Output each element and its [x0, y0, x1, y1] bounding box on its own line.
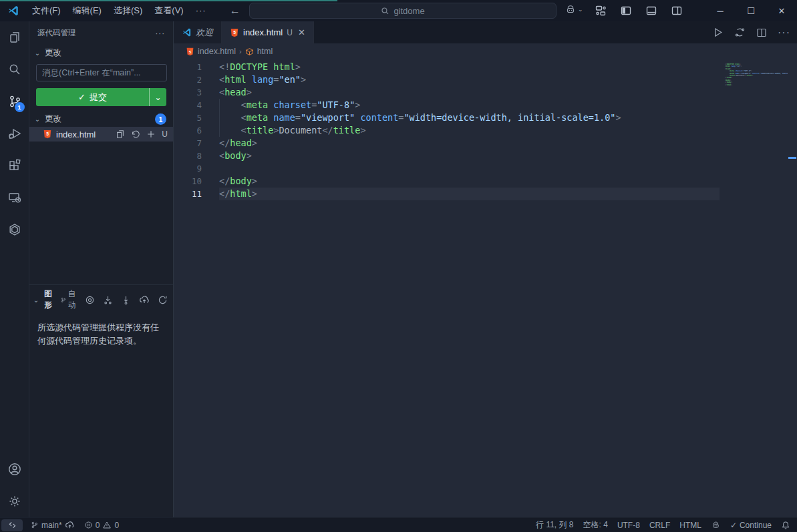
toggle-panel-icon[interactable] — [646, 5, 657, 16]
menu-more[interactable]: ··· — [190, 3, 212, 18]
window-accent-line — [0, 0, 337, 1]
copilot-menu[interactable]: ⌄ — [565, 3, 583, 15]
code-line[interactable]: 5 <meta name="viewport" content="width=d… — [174, 111, 720, 124]
language-mode-item[interactable]: HTML — [675, 518, 706, 532]
commit-dropdown-button[interactable]: ⌄ — [149, 88, 166, 106]
activity-extensions[interactable] — [0, 150, 29, 182]
copilot-icon — [565, 3, 577, 15]
code-editor[interactable]: 1<!DOCTYPE html>2<html lang="en">3<head>… — [174, 59, 797, 517]
code-line[interactable]: 4 <meta charset="UTF-8"> — [174, 99, 720, 111]
search-icon — [7, 61, 23, 77]
code-line[interactable]: 10</body> — [174, 175, 720, 188]
symbol-element-icon — [245, 47, 254, 56]
graph-auto-label: 自动 — [67, 288, 79, 311]
editor-more-actions[interactable]: ··· — [778, 27, 790, 39]
tab-bar: 欢迎 5 index.html U ✕ ··· — [174, 21, 797, 43]
sidebar-more-actions[interactable]: ··· — [156, 29, 166, 37]
eol-item[interactable]: CRLF — [645, 518, 675, 532]
changes-tree-section[interactable]: ⌄ 更改 1 — [29, 111, 173, 127]
code-line[interactable]: 1<!DOCTYPE html> — [174, 61, 720, 73]
close-window-button[interactable]: ✕ — [766, 0, 797, 21]
activity-remote-explorer[interactable] — [0, 182, 29, 214]
menu-edit[interactable]: 编辑(E) — [67, 3, 108, 18]
encoding-item[interactable]: UTF-8 — [613, 518, 645, 532]
push-icon[interactable] — [139, 294, 150, 305]
copilot-status-item[interactable] — [706, 518, 726, 532]
code-line[interactable]: 2<html lang="en"> — [174, 73, 720, 86]
activity-explorer[interactable] — [0, 21, 29, 53]
files-icon — [7, 29, 23, 45]
fetch-icon[interactable] — [103, 295, 113, 305]
toggle-secondary-sidebar-icon[interactable] — [671, 5, 682, 16]
code-line[interactable]: 3<head> — [174, 86, 720, 99]
menu-file[interactable]: 文件(F) — [26, 3, 67, 18]
gear-icon — [7, 493, 23, 509]
code-line[interactable]: 9 — [174, 162, 720, 175]
changes-repo-section[interactable]: ⌄ 更改 — [29, 45, 173, 61]
breadcrumb-file[interactable]: index.html — [198, 47, 236, 56]
problems-status-item[interactable]: 0 0 — [79, 518, 124, 532]
code-line[interactable]: 6 <title>Document</title> — [174, 124, 720, 137]
remote-indicator[interactable] — [1, 519, 23, 531]
command-center-search[interactable]: gitdome — [249, 3, 556, 19]
publish-cloud-icon — [65, 520, 75, 530]
open-file-icon[interactable] — [116, 129, 125, 139]
code-line[interactable]: 11</html> — [174, 188, 720, 200]
goto-current-item-icon[interactable] — [85, 295, 95, 305]
activity-continue-extension[interactable] — [0, 214, 29, 246]
title-bar: 文件(F) 编辑(E) 选择(S) 查看(V) ··· ← → gitdome … — [0, 0, 797, 21]
tab-close-icon[interactable]: ✕ — [298, 27, 305, 37]
overview-ruler[interactable] — [788, 59, 797, 517]
menu-selection[interactable]: 选择(S) — [108, 3, 148, 18]
warning-count: 0 — [114, 521, 119, 530]
graph-auto-filter[interactable]: 自动 — [60, 288, 79, 311]
svg-text:5: 5 — [46, 131, 49, 136]
open-changes-icon[interactable] — [734, 27, 746, 38]
stage-changes-icon[interactable] — [146, 129, 156, 139]
bell-icon — [781, 521, 790, 530]
html-file-icon: 5 — [186, 47, 194, 56]
copilot-icon — [711, 520, 721, 530]
code-line[interactable]: 7</head> — [174, 137, 720, 150]
accounts-button[interactable] — [0, 453, 29, 485]
refresh-icon[interactable] — [158, 295, 168, 305]
status-bar: main* 0 0 行 11, 列 8 空格: 4 UTF-8 CRLF HTM… — [0, 517, 797, 532]
activity-run-debug[interactable] — [0, 117, 29, 150]
code-lines[interactable]: 1<!DOCTYPE html>2<html lang="en">3<head>… — [174, 61, 720, 200]
cursor-position-item[interactable]: 行 11, 列 8 — [531, 518, 578, 532]
split-editor-icon[interactable] — [756, 27, 767, 38]
breadcrumb-symbol[interactable]: html — [257, 47, 273, 56]
run-debug-icon — [7, 125, 23, 142]
menu-view[interactable]: 查看(V) — [148, 3, 189, 18]
discard-changes-icon[interactable] — [131, 129, 140, 139]
tab-index-html[interactable]: 5 index.html U ✕ — [222, 21, 314, 43]
commit-message-input[interactable] — [36, 64, 167, 81]
nav-back-icon[interactable]: ← — [230, 5, 241, 17]
source-control-badge: 1 — [15, 102, 25, 112]
changed-file-row[interactable]: 5 index.html U — [29, 127, 173, 142]
minimize-button[interactable]: ─ — [705, 0, 736, 21]
continue-status-item[interactable]: ✓ Continue — [726, 518, 776, 532]
branch-status-item[interactable]: main* — [25, 518, 79, 532]
breadcrumb: 5 index.html › html — [174, 43, 797, 59]
customize-layout-icon[interactable] — [595, 5, 606, 16]
pull-icon[interactable] — [121, 295, 131, 305]
minimap[interactable]: <!DOCTYPE html><html lang="en"><head> <m… — [721, 59, 788, 517]
code-line[interactable]: 8<body> — [174, 150, 720, 162]
indentation-item[interactable]: 空格: 4 — [579, 518, 613, 532]
activity-search[interactable] — [0, 53, 29, 85]
run-file-icon[interactable] — [712, 27, 724, 38]
toggle-primary-sidebar-icon[interactable] — [621, 5, 631, 16]
notifications-item[interactable] — [776, 518, 797, 532]
tab-label: index.html — [243, 27, 283, 37]
chevron-down-icon: ⌄ — [32, 115, 43, 123]
warning-icon — [102, 521, 112, 529]
commit-button[interactable]: ✓ 提交 — [36, 88, 149, 106]
chevron-down-icon[interactable]: ⌄ — [32, 296, 40, 304]
maximize-button[interactable]: ☐ — [736, 0, 766, 21]
account-icon — [7, 461, 23, 477]
tab-welcome[interactable]: 欢迎 — [174, 21, 222, 43]
search-icon — [381, 7, 389, 15]
settings-button[interactable] — [0, 485, 29, 517]
activity-source-control[interactable]: 1 — [0, 85, 29, 117]
